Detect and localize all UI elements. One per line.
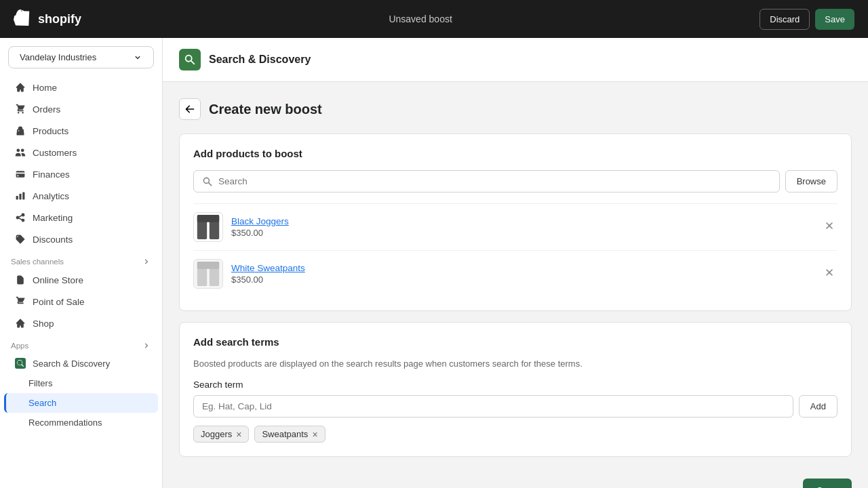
store-name: Vandelay Industries [20,52,96,62]
product-thumb-white-sweatpants [193,259,223,289]
online-store-icon [15,274,26,285]
sidebar-item-customers[interactable]: Customers [4,142,158,163]
sidebar-sub-filters[interactable]: Filters [4,373,158,393]
product-thumb-black-joggers [193,212,223,242]
sidebar-sub-label-recommendations: Recommendations [28,418,102,428]
page-header-icon [179,49,201,70]
topbar-title: Unsaved boost [389,14,452,24]
sidebar-item-discounts[interactable]: Discounts [4,228,158,250]
sidebar-item-analytics[interactable]: Analytics [4,185,158,207]
sidebar-sub-recommendations[interactable]: Recommendations [4,413,158,432]
store-selector[interactable]: Vandelay Industries [8,46,154,68]
product-name-black-joggers[interactable]: Black Joggers [231,216,821,226]
search-icon [202,176,213,187]
sidebar-label-marketing: Marketing [33,213,73,223]
add-term-button[interactable]: Add [799,395,837,418]
topbar: shopify Unsaved boost Discard Save [0,0,868,38]
page-header-title: Search & Discovery [209,54,311,66]
sidebar-item-home[interactable]: Home [4,77,158,98]
sidebar-label-orders: Orders [33,104,60,115]
back-button[interactable] [179,98,201,120]
search-icon-small [17,360,24,367]
sweatpants-thumbnail [196,260,220,287]
topbar-actions: Discard Save [760,9,854,30]
shop-icon [15,318,26,329]
add-products-title: Add products to boost [193,148,837,159]
tags-row: Joggers × Sweatpants × [193,426,837,443]
sidebar-label-home: Home [33,83,57,93]
product-price-black-joggers: $350.00 [231,228,821,238]
search-term-row: Add [193,395,837,418]
layout: Vandelay Industries Home Orders Products… [0,38,868,488]
search-terms-title: Add search terms [193,336,837,348]
sidebar-sub-label-filters: Filters [28,378,52,388]
product-info-black-joggers: Black Joggers $350.00 [231,216,821,238]
sales-channels-label: Sales channels [11,258,64,266]
product-search-row: Browse [193,170,837,192]
svg-rect-2 [197,215,219,222]
back-header: Create new boost [179,98,852,120]
search-terms-card: Add search terms Boosted products are di… [179,322,852,457]
product-name-white-sweatpants[interactable]: White Sweatpants [231,263,821,273]
search-term-input[interactable] [193,395,793,418]
remove-sweatpants-icon [824,267,835,278]
sales-channels-section: Sales channels [0,250,162,269]
sidebar-label-products: Products [33,126,68,136]
topbar-left: shopify [14,9,81,28]
apps-label: Apps [11,342,28,350]
product-item-black-joggers: Black Joggers $350.00 [193,203,837,250]
logo-text: shopify [38,12,81,26]
save-top-button[interactable]: Save [815,9,854,30]
home-icon [15,82,26,93]
product-price-white-sweatpants: $350.00 [231,274,821,285]
sidebar-item-online-store[interactable]: Online Store [4,269,158,291]
sidebar-label-analytics: Analytics [33,191,69,201]
search-term-label: Search term [193,380,837,390]
discard-button[interactable]: Discard [760,9,810,30]
sidebar-item-search-discovery[interactable]: Search & Discovery [4,353,158,373]
tag-joggers: Joggers × [193,426,249,443]
products-icon [15,125,26,136]
tag-label-sweatpants: Sweatpants [262,429,308,439]
product-info-white-sweatpants: White Sweatpants $350.00 [231,263,821,285]
remove-white-sweatpants-button[interactable] [821,264,837,284]
customers-icon [15,147,26,158]
product-search-input[interactable] [218,171,771,192]
sidebar-sub-search[interactable]: Search [4,393,158,413]
shopify-logo: shopify [14,9,81,28]
remove-icon [824,220,835,231]
orders-icon [15,104,26,115]
search-discovery-app-icon [15,358,26,369]
analytics-icon [15,190,26,201]
joggers-thumbnail [196,214,220,241]
svg-rect-5 [197,262,219,269]
pos-icon [15,296,26,307]
sidebar: Vandelay Industries Home Orders Products… [0,38,163,488]
main-content: Search & Discovery Create new boost Add … [163,38,868,488]
sidebar-item-products[interactable]: Products [4,120,158,142]
content-area: Create new boost Add products to boost B… [163,82,868,488]
sidebar-sub-label-search: Search [28,398,56,408]
finances-icon [15,169,26,180]
sidebar-label-customers: Customers [33,148,77,158]
remove-tag-joggers-button[interactable]: × [236,430,241,439]
remove-tag-sweatpants-button[interactable]: × [312,430,317,439]
expand-icon [142,257,151,266]
save-bottom-button[interactable]: Save [803,479,852,488]
sidebar-item-shop[interactable]: Shop [4,312,158,334]
sidebar-label-shop: Shop [33,319,54,329]
sidebar-item-marketing[interactable]: Marketing [4,207,158,228]
sidebar-item-finances[interactable]: Finances [4,163,158,185]
apps-expand-icon [142,341,151,350]
sidebar-item-pos[interactable]: Point of Sale [4,291,158,312]
add-products-card: Add products to boost Browse [179,134,852,311]
browse-button[interactable]: Browse [785,170,837,192]
sidebar-item-orders[interactable]: Orders [4,98,158,120]
product-search-wrap [193,170,780,192]
marketing-icon [15,212,26,223]
remove-black-joggers-button[interactable] [821,218,837,237]
product-item-white-sweatpants: White Sweatpants $350.00 [193,250,837,297]
sidebar-label-discounts: Discounts [33,235,73,245]
sidebar-label-pos: Point of Sale [33,297,85,307]
shopify-logo-icon [14,9,33,28]
